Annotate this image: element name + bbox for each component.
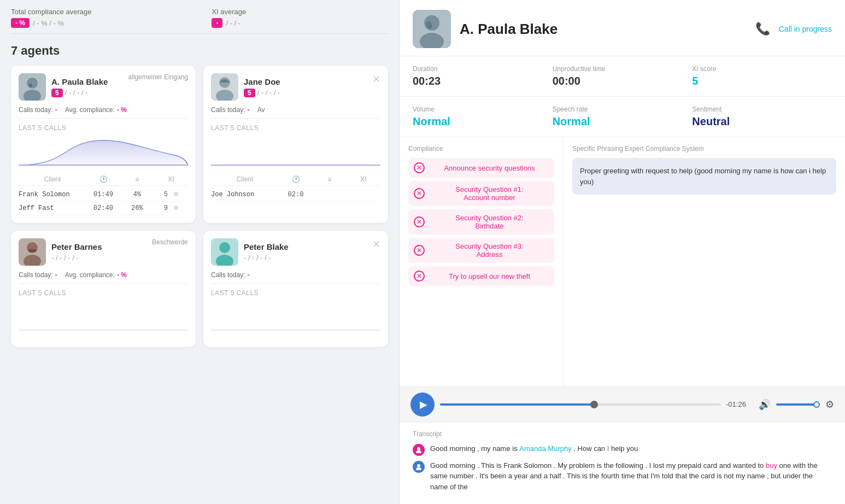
profile-avatar (413, 10, 451, 48)
client-name-joe: Joe Johnson (211, 191, 279, 198)
compliance-panel: Compliance ✕ Announce security questions… (400, 137, 564, 386)
agent-info-peter-bl: Peter Blake - / - / - / - (244, 242, 380, 262)
calls-today-peter-bl: Calls today: - (211, 271, 250, 279)
compliance-icon-4: ✕ (414, 245, 425, 256)
compliance-text-1: Announce security questions (430, 164, 549, 172)
play-button[interactable]: ▶ (410, 392, 435, 417)
avg-compliance-label: Avg. compliance: (65, 106, 115, 114)
agent-stats-row-peter-bl: Calls today: - (211, 271, 380, 284)
ban-icon-jane: ✕ (372, 73, 380, 85)
call-xi-jeff: 9 (154, 204, 188, 212)
metric-sentiment-label: Sentiment (692, 106, 832, 113)
calls-today-jane: Calls today: - (211, 106, 250, 114)
compliance-text-4: Security Question #3:Address (430, 242, 549, 259)
metrics-row-2: Volume Normal Speech rate Normal Sentime… (400, 97, 845, 137)
calls-today-value-jane: - (248, 106, 250, 114)
metric-unproductive-label: Unproductive time (553, 65, 693, 73)
svg-point-22 (416, 467, 421, 470)
call-xi-frank: 5 (154, 191, 188, 198)
col-client: Client (19, 175, 86, 183)
agent-info-jane: Jane Doe 5 / - / - / - (244, 77, 380, 97)
agent-card-peter-barnes[interactable]: Peter Barnes - / - / - / - Beschwerde Ca… (11, 231, 196, 347)
last-calls-label-peter-bl: LAST 5 CALLS (211, 289, 380, 297)
xi-average-extra: / - / - (226, 19, 240, 27)
agent-card-jane-doe[interactable]: Jane Doe 5 / - / - / - ✕ Calls today: - … (203, 66, 388, 223)
transcript-text-1: Good morning , my name is Amanda Murphy … (430, 443, 832, 456)
ban-icon-peter-bl: ✕ (372, 238, 380, 250)
calls-today-label: Calls today: (19, 106, 53, 114)
agent-scores-paula: 5 / - / - / - (51, 89, 188, 97)
total-compliance-badge: - % (11, 18, 30, 28)
metric-sentiment: Sentiment Neutral (692, 106, 832, 128)
scores-rest-peter-bl: - / - / - / - (244, 254, 271, 262)
highlight-buy: buy (766, 461, 777, 470)
volume-track[interactable] (776, 403, 820, 406)
last-calls-label-peter-b: LAST 5 CALLS (19, 289, 188, 297)
metric-speech-label: Speech rate (553, 106, 693, 113)
phrasing-box: Proper greeting with request to help (go… (572, 158, 836, 195)
call-row-joe: Joe Johnson 02:0 (211, 188, 380, 202)
compliance-item-3: ✕ Security Question #2:Birthdate (408, 209, 554, 235)
volume-icon[interactable]: 🔊 (759, 398, 771, 411)
call-in-progress-status[interactable]: Call in progress (779, 25, 832, 33)
volume-thumb (813, 401, 820, 408)
compliance-item-4: ✕ Security Question #3:Address (408, 238, 554, 263)
agent-header-peter-bl: Peter Blake - / - / - / - ✕ (211, 238, 380, 266)
metric-unproductive-value: 00:00 (553, 75, 693, 87)
avg-label-peter-b: Avg. compliance: (65, 271, 115, 279)
metric-xi-score: XI score 5 (692, 65, 832, 87)
compliance-text-5: Try to upsell our new theft (430, 272, 549, 280)
metric-duration-label: Duration (413, 65, 553, 73)
agent-profile-header: A. Paula Blake 📞 Call in progress (400, 0, 845, 56)
transcript-area: Transcript Good morning , my name is Ama… (400, 422, 845, 505)
col-xi: XI (154, 175, 188, 183)
client-name-jeff: Jeff Fast (19, 204, 86, 212)
left-panel: Total compliance average - % / - % / - %… (0, 0, 399, 504)
col-clock-jane: 🕐 (279, 175, 313, 183)
svg-point-12 (219, 242, 230, 253)
compliance-item-1: ✕ Announce security questions (408, 158, 554, 178)
progress-fill (440, 403, 594, 406)
transcript-text-2: Good morning . This is Frank Solomon . M… (430, 460, 832, 493)
compliance-text-2: Security Question #1:Account number (430, 185, 549, 202)
compliance-icon-3: ✕ (414, 216, 425, 227)
agent-scores-peter-b: - / - / - / - (51, 254, 188, 262)
agent-card-paula-blake[interactable]: A. Paula Blake 5 / - / - / - allgemeiner… (11, 66, 196, 223)
scores-rest-jane: / - / - / - (257, 89, 280, 97)
content-area: Compliance ✕ Announce security questions… (400, 137, 845, 386)
settings-icon[interactable]: ⚙ (825, 398, 834, 411)
profile-name: A. Paula Blake (460, 21, 755, 38)
calls-today-label-jane: Calls today: (211, 106, 245, 114)
transcript-title: Transcript (413, 430, 832, 438)
compliance-text-3: Security Question #2:Birthdate (430, 214, 549, 230)
total-compliance-extra: / - % / - % (33, 19, 64, 27)
svg-rect-10 (28, 249, 36, 252)
svg-point-21 (417, 464, 420, 467)
calls-today-peter-b: Calls today: - (19, 271, 57, 279)
sparkline-peter-b (19, 300, 188, 333)
agent-scores-peter-bl: - / - / - / - (244, 254, 380, 262)
agent-queue-paula: allgemeiner Eingang (128, 73, 188, 81)
highlight-i: I (607, 444, 609, 453)
xi-average-value: - / - / - (212, 18, 246, 28)
col-list-jane: ≡ (313, 175, 347, 183)
col-xi-jane: XI (347, 175, 380, 183)
agent-scores-jane: 5 / - / - / - (244, 89, 380, 97)
agent-card-peter-blake[interactable]: Peter Blake - / - / - / - ✕ Calls today:… (203, 231, 388, 347)
score-badge-paula: 5 (51, 89, 63, 97)
calls-table-header-jane: Client 🕐 ≡ XI (211, 174, 380, 186)
calls-table-paula: Client 🕐 ≡ XI Frank Solomon 01:49 4% 5 J… (19, 174, 188, 215)
agent-header-jane: Jane Doe 5 / - / - / - ✕ (211, 73, 380, 101)
avg-value-peter-b: - % (117, 271, 127, 279)
transcript-client-icon (413, 461, 425, 473)
metric-duration: Duration 00:23 (413, 65, 553, 87)
metric-volume-label: Volume (413, 106, 553, 113)
xi-average-stat: XI average - / - / - (212, 8, 246, 28)
last-calls-label-jane: LAST 5 CALLS (211, 124, 380, 132)
metric-xi-label: XI score (692, 65, 832, 73)
call-duration-frank: 01:49 (86, 191, 120, 198)
svg-point-1 (27, 78, 38, 89)
progress-track[interactable] (440, 403, 720, 406)
total-compliance-stat: Total compliance average - % / - % / - % (11, 8, 91, 28)
total-compliance-label: Total compliance average (11, 8, 91, 16)
